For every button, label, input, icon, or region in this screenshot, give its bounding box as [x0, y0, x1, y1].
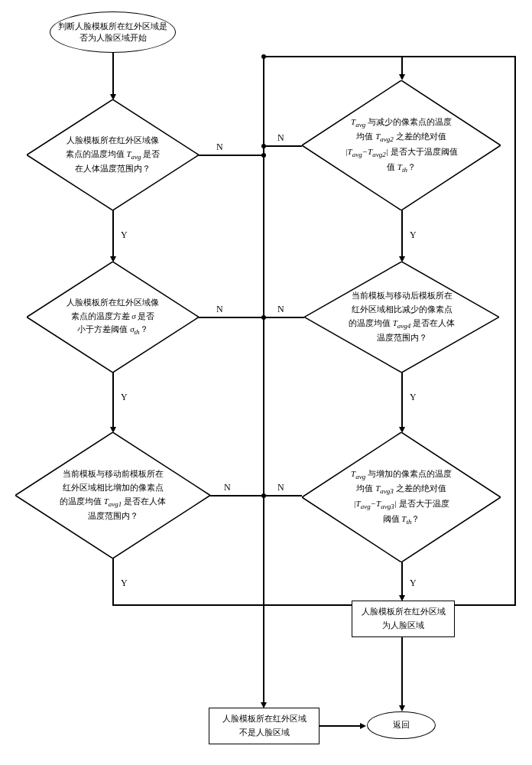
- label-y-6: Y: [410, 578, 417, 589]
- decision-avg2-diff: Tavg 与减少的像素点的温度 均值 Tavg2 之差的绝对值 |Tavg−Ta…: [302, 80, 501, 210]
- label-n-6: N: [277, 482, 284, 493]
- start-text: 判断人脸模板所在红外区域是否为人脸区域开始: [57, 21, 169, 44]
- label-y-2: Y: [121, 392, 128, 403]
- label-n-2: N: [216, 304, 223, 315]
- label-y-4: Y: [410, 230, 417, 241]
- result-not-face: 人脸模板所在红外区域 不是人脸区域: [209, 708, 320, 744]
- decision-temp-avg: 人脸模板所在红外区域像 素点的温度均值 Tavg 是否 在人体温度范围内？: [27, 99, 199, 210]
- label-n-5: N: [277, 304, 284, 315]
- label-n-4: N: [277, 132, 284, 144]
- decision-variance: 人脸模板所在红外区域像 素点的温度方差 σ 是否 小于方差阈值 σth？: [27, 262, 199, 373]
- result-is-face: 人脸模板所在红外区域 为人脸区域: [352, 601, 455, 637]
- return-text: 返回: [393, 719, 410, 731]
- label-n-1: N: [216, 142, 223, 153]
- label-y-3: Y: [121, 578, 128, 589]
- label-n-3: N: [224, 482, 231, 493]
- decision-avg3-diff: Tavg 与增加的像素点的温度 均值 Tavg3 之差的绝对值 |Tavg−Ta…: [302, 432, 501, 562]
- decision-avg1: 当前模板与移动前模板所在 红外区域相比增加的像素点 的温度均值 Tavg1 是否…: [15, 432, 210, 558]
- return-terminal: 返回: [367, 711, 436, 739]
- label-y-1: Y: [121, 230, 128, 241]
- start-terminal: 判断人脸模板所在红外区域是否为人脸区域开始: [50, 11, 176, 53]
- label-y-5: Y: [410, 392, 417, 403]
- decision-avg4: 当前模板与移动后模板所在 红外区域相比减少的像素点 的温度均值 Tavg4 是否…: [304, 262, 499, 373]
- flowchart-container: 判断人脸模板所在红外区域是否为人脸区域开始 人脸模板所在红外区域像 素点的温度均…: [11, 11, 521, 754]
